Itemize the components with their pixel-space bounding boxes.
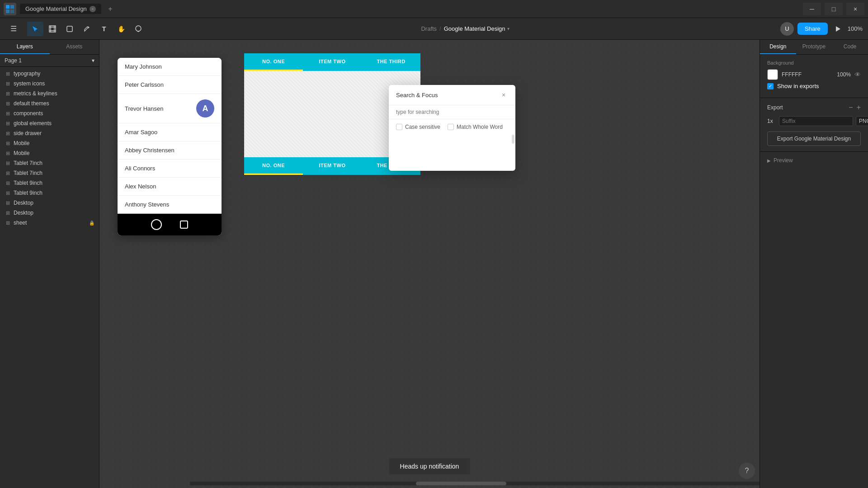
background-section-title: Background (767, 60, 861, 66)
opacity-value: 100% (837, 71, 851, 78)
layer-item-metrics[interactable]: ⊞ metrics & keylines (0, 89, 99, 99)
list-item: Ali Connors (118, 160, 222, 178)
export-controls: − + (849, 103, 861, 112)
tab-item-two-2: ITEM TWO (303, 157, 362, 175)
add-tab-button[interactable]: + (105, 4, 116, 14)
show-in-exports-checkbox[interactable] (767, 83, 774, 89)
export-button[interactable]: Export Google Material Design (767, 131, 861, 146)
tab-prototype[interactable]: Prototype (796, 40, 832, 54)
scroll-track (512, 135, 514, 171)
layer-item-default-themes[interactable]: ⊞ default themes (0, 99, 99, 108)
lock-icon: 🔒 (89, 221, 94, 225)
layer-item-system-icons[interactable]: ⊞ system icons (0, 79, 99, 89)
shape-tool-button[interactable] (61, 22, 78, 36)
close-button[interactable]: × (846, 3, 864, 15)
scrollbar-thumb[interactable] (416, 482, 506, 485)
preview-expand-icon: ▶ (767, 158, 771, 163)
play-button[interactable] (831, 23, 844, 35)
search-modal-close-button[interactable]: × (499, 90, 508, 99)
search-input[interactable] (389, 105, 515, 119)
mobile-home-button (180, 221, 188, 229)
case-sensitive-checkbox[interactable] (396, 124, 402, 130)
export-format-selector[interactable]: PNG ▾ (856, 116, 868, 126)
tab-design[interactable]: Design (760, 40, 796, 54)
layer-item-tablet7-1[interactable]: ⊞ Tablet 7inch (0, 158, 99, 168)
share-button[interactable]: Share (797, 23, 828, 35)
add-export-button[interactable]: + (857, 103, 861, 112)
case-sensitive-option[interactable]: Case sensitive (396, 124, 440, 130)
breadcrumb-dropdown-icon: ▾ (507, 26, 509, 31)
help-button[interactable]: ? (739, 463, 755, 479)
layer-item-mobile-1[interactable]: ⊞ Mobile (0, 138, 99, 148)
frame-icon: ⊞ (5, 110, 11, 117)
comment-tool-button[interactable] (130, 22, 146, 36)
list-item: Anthony Stevens (118, 196, 222, 214)
layer-item-typography[interactable]: ⊞ typography (0, 69, 99, 79)
canvas[interactable]: Mary Johnson Peter Carlsson Trevor Hanse… (99, 40, 760, 488)
toolbar-center: Drafts / Google Material Design ▾ (152, 25, 778, 32)
layer-item-components[interactable]: ⊞ components (0, 108, 99, 118)
search-focus-modal: Search & Focus × Case sensitive Match Wh… (389, 85, 515, 171)
menu-button[interactable]: ☰ (5, 22, 22, 36)
layer-item-global-elements[interactable]: ⊞ global elements (0, 118, 99, 128)
svg-rect-0 (6, 5, 9, 9)
text-tool-button[interactable]: T (96, 22, 112, 36)
layer-item-sheet[interactable]: ⊞ sheet 🔒 (0, 218, 99, 228)
tab-layers[interactable]: Layers (0, 40, 50, 54)
export-section-title: Export (767, 104, 783, 111)
mobile-nav-bar (118, 214, 222, 235)
breadcrumb-current[interactable]: Google Material Design ▾ (444, 25, 509, 32)
frame-icon: ⊞ (5, 170, 11, 176)
color-hex-value: FFFFFF (782, 71, 833, 78)
frame-icon: ⊞ (5, 150, 11, 156)
tab-close-button[interactable]: × (90, 6, 96, 12)
hand-tool-button[interactable]: ✋ (113, 22, 129, 36)
export-scale: 1x (767, 118, 776, 124)
horizontal-scrollbar[interactable] (190, 482, 760, 485)
list-item: Mary Johnson (118, 58, 222, 76)
maximize-button[interactable]: □ (825, 3, 843, 15)
layer-item-mobile-2[interactable]: ⊞ Mobile (0, 148, 99, 158)
frame-icon: ⊞ (5, 120, 11, 127)
frame-icon: ⊞ (5, 180, 11, 186)
color-swatch[interactable] (767, 69, 778, 80)
move-tool-button[interactable] (27, 22, 43, 36)
page-selector[interactable]: Page 1 ▾ (0, 55, 99, 67)
layer-item-tablet7-2[interactable]: ⊞ Tablet 7inch (0, 168, 99, 178)
case-sensitive-label: Case sensitive (405, 124, 440, 130)
match-whole-word-checkbox[interactable] (448, 124, 454, 130)
search-modal-options: Case sensitive Match Whole Word (389, 119, 515, 135)
svg-marker-11 (836, 26, 840, 32)
breadcrumb: Drafts / Google Material Design ▾ (421, 25, 509, 32)
user-avatar: U (780, 22, 794, 36)
export-suffix-input[interactable] (779, 116, 853, 126)
breadcrumb-drafts[interactable]: Drafts (421, 25, 437, 32)
layer-item-tablet9-2[interactable]: ⊞ Tablet 9inch (0, 188, 99, 198)
preview-section: ▶ Preview (760, 152, 868, 169)
remove-export-button[interactable]: − (849, 103, 853, 112)
frame-tool-button[interactable] (44, 22, 61, 36)
frame-icon: ⊞ (5, 100, 11, 107)
current-tab[interactable]: Google Material Design × (20, 4, 101, 14)
frame-icon: ⊞ (5, 130, 11, 136)
preview-row[interactable]: ▶ Preview (767, 157, 861, 164)
list-avatar: A (196, 99, 214, 117)
show-in-exports-row: Show in exports (767, 83, 861, 89)
match-whole-word-option[interactable]: Match Whole Word (448, 124, 503, 130)
pen-tool-button[interactable] (79, 22, 95, 36)
sidebar: Layers Assets Page 1 ▾ ⊞ typography ⊞ sy… (0, 40, 99, 488)
layer-item-desktop-1[interactable]: ⊞ Desktop (0, 198, 99, 208)
list-item: Peter Carlsson (118, 76, 222, 94)
tab-code[interactable]: Code (832, 40, 868, 54)
layer-item-tablet9-1[interactable]: ⊞ Tablet 9inch (0, 178, 99, 188)
app-logo (4, 3, 16, 15)
list-item: Abbey Christensen (118, 141, 222, 160)
zoom-level[interactable]: 100% (848, 25, 863, 32)
layer-item-desktop-2[interactable]: ⊞ Desktop (0, 208, 99, 218)
layer-item-side-drawer[interactable]: ⊞ side drawer (0, 128, 99, 138)
visibility-toggle-button[interactable]: 👁 (854, 71, 861, 78)
minimize-button[interactable]: ─ (803, 3, 821, 15)
sidebar-tab-group: Layers Assets (0, 40, 99, 55)
scroll-thumb[interactable] (512, 135, 514, 144)
tab-assets[interactable]: Assets (50, 40, 99, 54)
